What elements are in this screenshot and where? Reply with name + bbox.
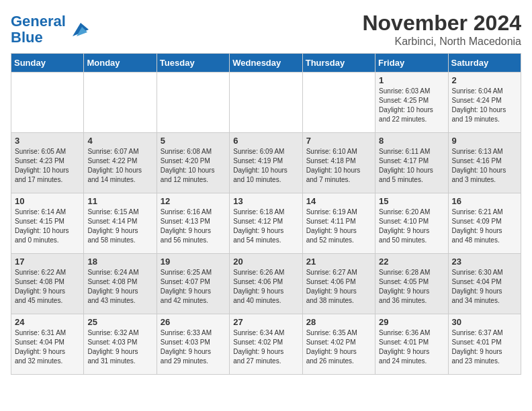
day-number: 30 [452, 317, 517, 327]
header-saturday: Saturday [448, 54, 521, 73]
calendar-cell: 25Sunrise: 6:32 AM Sunset: 4:03 PM Dayli… [84, 314, 157, 375]
day-content: Sunrise: 6:31 AM Sunset: 4:04 PM Dayligh… [15, 328, 80, 366]
header-thursday: Thursday [302, 54, 375, 73]
day-content: Sunrise: 6:30 AM Sunset: 4:04 PM Dayligh… [452, 268, 517, 306]
day-content: Sunrise: 6:18 AM Sunset: 4:12 PM Dayligh… [233, 208, 298, 245]
day-number: 10 [15, 196, 80, 206]
day-number: 20 [233, 257, 298, 267]
logo-icon [67, 20, 89, 39]
day-number: 7 [306, 136, 371, 146]
day-content: Sunrise: 6:27 AM Sunset: 4:06 PM Dayligh… [306, 268, 371, 306]
logo-text: GeneralBlue [11, 13, 66, 46]
calendar-cell: 20Sunrise: 6:26 AM Sunset: 4:06 PM Dayli… [230, 254, 302, 314]
day-number: 17 [15, 257, 80, 267]
header-monday: Monday [84, 54, 157, 73]
calendar-table: SundayMondayTuesdayWednesdayThursdayFrid… [11, 53, 521, 375]
calendar-cell: 19Sunrise: 6:25 AM Sunset: 4:07 PM Dayli… [157, 254, 229, 314]
main-title: November 2024 [362, 11, 521, 36]
day-number: 21 [306, 257, 371, 267]
day-number: 19 [161, 257, 226, 267]
day-content: Sunrise: 6:21 AM Sunset: 4:09 PM Dayligh… [452, 208, 517, 245]
header-wednesday: Wednesday [230, 54, 302, 73]
calendar-cell [230, 73, 302, 133]
calendar-cell [157, 73, 229, 133]
day-number: 23 [452, 257, 517, 267]
day-number: 16 [452, 196, 517, 206]
calendar-cell: 3Sunrise: 6:05 AM Sunset: 4:23 PM Daylig… [11, 133, 84, 193]
day-number: 18 [87, 257, 152, 267]
calendar-cell: 16Sunrise: 6:21 AM Sunset: 4:09 PM Dayli… [448, 193, 521, 254]
calendar-cell: 22Sunrise: 6:28 AM Sunset: 4:05 PM Dayli… [375, 254, 448, 314]
day-content: Sunrise: 6:25 AM Sunset: 4:07 PM Dayligh… [161, 268, 226, 306]
day-number: 1 [379, 75, 444, 85]
day-content: Sunrise: 6:19 AM Sunset: 4:11 PM Dayligh… [306, 208, 371, 245]
header-tuesday: Tuesday [157, 54, 229, 73]
calendar-cell: 30Sunrise: 6:37 AM Sunset: 4:01 PM Dayli… [448, 314, 521, 375]
logo: GeneralBlue [11, 13, 89, 46]
calendar-cell: 14Sunrise: 6:19 AM Sunset: 4:11 PM Dayli… [302, 193, 375, 254]
day-number: 3 [15, 136, 80, 146]
calendar-cell: 5Sunrise: 6:08 AM Sunset: 4:20 PM Daylig… [157, 133, 229, 193]
day-number: 27 [233, 317, 298, 327]
calendar-cell: 17Sunrise: 6:22 AM Sunset: 4:08 PM Dayli… [11, 254, 84, 314]
day-number: 14 [306, 196, 371, 206]
day-number: 22 [379, 257, 444, 267]
calendar-week-1: 1Sunrise: 6:03 AM Sunset: 4:25 PM Daylig… [11, 73, 521, 133]
calendar-cell: 27Sunrise: 6:34 AM Sunset: 4:02 PM Dayli… [230, 314, 302, 375]
calendar-cell: 6Sunrise: 6:09 AM Sunset: 4:19 PM Daylig… [230, 133, 302, 193]
calendar-cell [84, 73, 157, 133]
day-number: 2 [452, 75, 517, 85]
day-content: Sunrise: 6:14 AM Sunset: 4:15 PM Dayligh… [15, 208, 80, 245]
day-number: 25 [87, 317, 152, 327]
day-content: Sunrise: 6:10 AM Sunset: 4:18 PM Dayligh… [306, 147, 371, 185]
day-number: 24 [15, 317, 80, 327]
day-number: 26 [161, 317, 226, 327]
calendar-cell [302, 73, 375, 133]
calendar-cell: 26Sunrise: 6:33 AM Sunset: 4:03 PM Dayli… [157, 314, 229, 375]
day-content: Sunrise: 6:36 AM Sunset: 4:01 PM Dayligh… [379, 328, 444, 366]
day-content: Sunrise: 6:20 AM Sunset: 4:10 PM Dayligh… [379, 208, 444, 245]
day-content: Sunrise: 6:34 AM Sunset: 4:02 PM Dayligh… [233, 328, 298, 366]
day-number: 5 [161, 136, 226, 146]
day-content: Sunrise: 6:15 AM Sunset: 4:14 PM Dayligh… [87, 208, 152, 245]
day-content: Sunrise: 6:37 AM Sunset: 4:01 PM Dayligh… [452, 328, 517, 366]
calendar-cell: 29Sunrise: 6:36 AM Sunset: 4:01 PM Dayli… [375, 314, 448, 375]
day-number: 9 [452, 136, 517, 146]
header-sunday: Sunday [11, 54, 84, 73]
day-content: Sunrise: 6:09 AM Sunset: 4:19 PM Dayligh… [233, 147, 298, 185]
day-content: Sunrise: 6:04 AM Sunset: 4:24 PM Dayligh… [452, 87, 517, 124]
header-friday: Friday [375, 54, 448, 73]
calendar-week-3: 10Sunrise: 6:14 AM Sunset: 4:15 PM Dayli… [11, 193, 521, 254]
day-content: Sunrise: 6:08 AM Sunset: 4:20 PM Dayligh… [161, 147, 226, 185]
calendar-cell: 13Sunrise: 6:18 AM Sunset: 4:12 PM Dayli… [230, 193, 302, 254]
day-number: 6 [233, 136, 298, 146]
day-content: Sunrise: 6:11 AM Sunset: 4:17 PM Dayligh… [379, 147, 444, 185]
calendar-week-2: 3Sunrise: 6:05 AM Sunset: 4:23 PM Daylig… [11, 133, 521, 193]
day-number: 4 [87, 136, 152, 146]
day-content: Sunrise: 6:22 AM Sunset: 4:08 PM Dayligh… [15, 268, 80, 306]
day-content: Sunrise: 6:03 AM Sunset: 4:25 PM Dayligh… [379, 87, 444, 124]
calendar-cell: 18Sunrise: 6:24 AM Sunset: 4:08 PM Dayli… [84, 254, 157, 314]
calendar-cell: 10Sunrise: 6:14 AM Sunset: 4:15 PM Dayli… [11, 193, 84, 254]
calendar-cell: 12Sunrise: 6:16 AM Sunset: 4:13 PM Dayli… [157, 193, 229, 254]
day-content: Sunrise: 6:16 AM Sunset: 4:13 PM Dayligh… [161, 208, 226, 245]
day-number: 15 [379, 196, 444, 206]
calendar-cell: 28Sunrise: 6:35 AM Sunset: 4:02 PM Dayli… [302, 314, 375, 375]
day-content: Sunrise: 6:33 AM Sunset: 4:03 PM Dayligh… [161, 328, 226, 366]
day-content: Sunrise: 6:28 AM Sunset: 4:05 PM Dayligh… [379, 268, 444, 306]
day-number: 11 [87, 196, 152, 206]
calendar-cell: 7Sunrise: 6:10 AM Sunset: 4:18 PM Daylig… [302, 133, 375, 193]
day-content: Sunrise: 6:35 AM Sunset: 4:02 PM Dayligh… [306, 328, 371, 366]
subtitle: Karbinci, North Macedonia [362, 36, 521, 48]
day-content: Sunrise: 6:24 AM Sunset: 4:08 PM Dayligh… [87, 268, 152, 306]
calendar-cell: 21Sunrise: 6:27 AM Sunset: 4:06 PM Dayli… [302, 254, 375, 314]
day-number: 28 [306, 317, 371, 327]
day-number: 12 [161, 196, 226, 206]
calendar-cell: 4Sunrise: 6:07 AM Sunset: 4:22 PM Daylig… [84, 133, 157, 193]
calendar-cell: 2Sunrise: 6:04 AM Sunset: 4:24 PM Daylig… [448, 73, 521, 133]
day-number: 13 [233, 196, 298, 206]
calendar-cell: 8Sunrise: 6:11 AM Sunset: 4:17 PM Daylig… [375, 133, 448, 193]
calendar-cell: 24Sunrise: 6:31 AM Sunset: 4:04 PM Dayli… [11, 314, 84, 375]
day-content: Sunrise: 6:32 AM Sunset: 4:03 PM Dayligh… [87, 328, 152, 366]
calendar-week-4: 17Sunrise: 6:22 AM Sunset: 4:08 PM Dayli… [11, 254, 521, 314]
